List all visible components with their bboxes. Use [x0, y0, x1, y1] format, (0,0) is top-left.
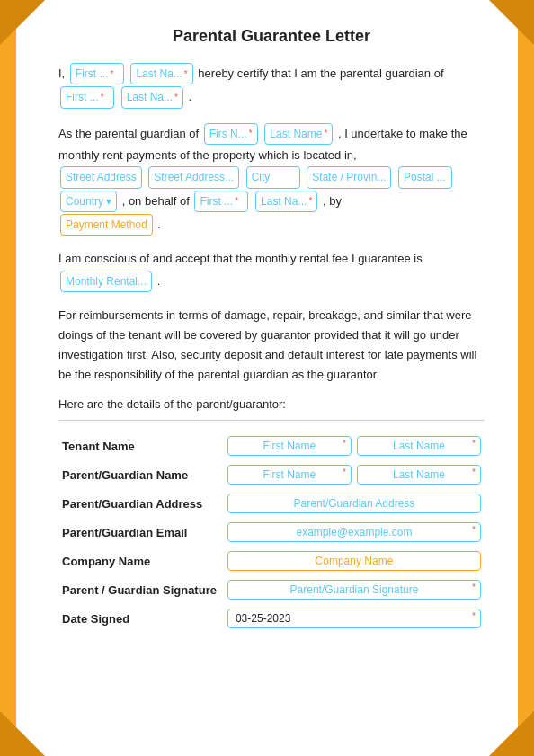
field-guardian-last[interactable]: Last Na...*	[130, 63, 192, 84]
table-row-parent-email: Parent/Guardian Email example@example.co…	[58, 518, 485, 547]
field-city[interactable]: City	[246, 166, 300, 188]
field-tenant-lastname[interactable]: Last Name *	[357, 436, 481, 456]
right-sidebar	[518, 0, 534, 756]
label-parent-address: Parent/Guardian Address	[58, 489, 220, 518]
field-company-name[interactable]: Company Name	[227, 551, 481, 571]
corner-top-left	[0, 0, 45, 45]
intro-period: .	[189, 90, 192, 103]
para3-start: I am conscious of and accept that the mo…	[58, 252, 423, 265]
field-tenant-first2[interactable]: First ...*	[194, 191, 248, 212]
table-row-signature: Parent / Guardian Signature Parent/Guard…	[58, 575, 485, 604]
field-monthly-rental[interactable]: Monthly Rental...	[60, 271, 152, 292]
field-country[interactable]: Country ▾	[60, 191, 117, 212]
paragraph-4: For reimbursements in terms of damage, r…	[58, 306, 485, 385]
field-date-signed[interactable]: 03-25-2023 *	[227, 609, 481, 628]
paragraph-1: I, First ...* Last Na...* hereby certify…	[58, 62, 485, 110]
label-parent-name: Parent/Guardian Name	[58, 460, 220, 489]
field-parent-firstname[interactable]: First Name *	[227, 465, 352, 485]
field-parent-signature[interactable]: Parent/Guardian Signature *	[227, 580, 481, 600]
paragraph-2: As the parental guardian of Firs N...* L…	[58, 122, 485, 237]
label-tenant-name: Tenant Name	[58, 431, 220, 460]
table-row-date: Date Signed 03-25-2023 *	[58, 604, 485, 633]
para3-end: .	[157, 273, 161, 287]
field-parent-address[interactable]: Parent/Guardian Address	[227, 494, 481, 513]
para2-by: , by	[323, 193, 342, 207]
details-title: Here are the details of the parent/guara…	[58, 397, 485, 411]
tenant-name-fields: First Name * Last Name *	[227, 436, 481, 456]
field-parent-lastname[interactable]: Last Name *	[357, 465, 481, 485]
field-guardian-last2[interactable]: Last Name*	[264, 123, 333, 145]
field-street2[interactable]: Street Address...	[148, 166, 239, 188]
para2-end: .	[157, 218, 161, 231]
label-date-signed: Date Signed	[58, 604, 220, 633]
divider	[58, 420, 485, 421]
paragraph-3: I am conscious of and accept that the mo…	[58, 249, 485, 292]
page-title: Parental Guarantee Letter	[58, 27, 485, 46]
parent-name-fields: First Name * Last Name *	[227, 465, 481, 485]
details-table: Tenant Name First Name * Last Name *	[58, 431, 485, 633]
field-tenant-firstname[interactable]: First Name *	[227, 436, 352, 456]
label-company-name: Company Name	[58, 547, 220, 575]
field-state[interactable]: State / Provin...	[307, 166, 391, 188]
field-guardian-first2[interactable]: Firs N...*	[204, 123, 258, 145]
field-guardian-first[interactable]: First ...*	[70, 63, 124, 84]
intro-text: hereby certify that I am the parental gu…	[198, 67, 443, 80]
field-postal[interactable]: Postal ...	[398, 166, 452, 188]
label-parent-email: Parent/Guardian Email	[58, 518, 220, 547]
corner-bottom-right	[489, 711, 534, 756]
document-page: Parental Guarantee Letter I, First ...* …	[0, 0, 534, 756]
table-row-tenant: Tenant Name First Name * Last Name *	[58, 431, 485, 460]
table-row-parent-address: Parent/Guardian Address Parent/Guardian …	[58, 489, 485, 518]
para2-start: As the parental guardian of	[58, 126, 199, 139]
field-parent-email[interactable]: example@example.com *	[227, 522, 481, 542]
corner-top-right	[489, 0, 534, 45]
intro-i: I,	[58, 67, 68, 80]
field-payment-method[interactable]: Payment Method	[60, 214, 153, 236]
field-tenant-last-inline[interactable]: Last Na...*	[121, 86, 183, 108]
field-tenant-last2[interactable]: Last Na...*	[255, 191, 317, 212]
table-row-company: Company Name Company Name	[58, 547, 485, 575]
table-row-parent-name: Parent/Guardian Name First Name * Last N…	[58, 460, 485, 489]
corner-bottom-left	[0, 711, 45, 756]
para2-behalf: , on behalf of	[122, 193, 190, 207]
left-sidebar	[0, 0, 16, 756]
field-tenant-first-inline[interactable]: First ...*	[60, 86, 114, 108]
field-street1[interactable]: Street Address	[60, 166, 142, 188]
label-parent-signature: Parent / Guardian Signature	[58, 575, 220, 604]
